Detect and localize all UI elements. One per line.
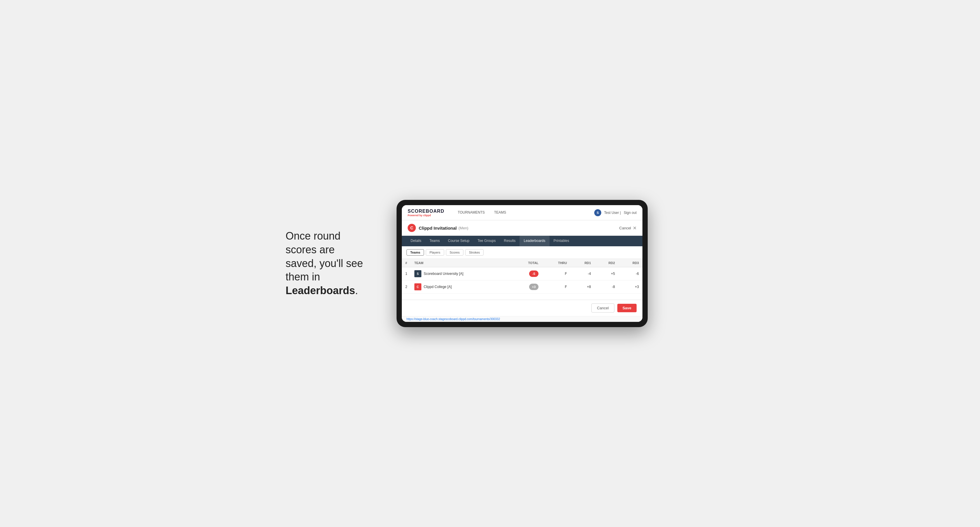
filter-teams-button[interactable]: Teams bbox=[406, 249, 424, 256]
row2-rd3: +3 bbox=[619, 281, 643, 294]
tab-leaderboards[interactable]: Leaderboards bbox=[520, 236, 549, 246]
row1-rank: 1 bbox=[402, 267, 411, 281]
close-icon[interactable]: ✕ bbox=[633, 225, 636, 231]
page-wrapper: Once round scores are saved, you'll see … bbox=[286, 200, 694, 327]
intro-line3: saved, you'll see bbox=[286, 257, 363, 269]
row1-team: S Scoreboard University [A] bbox=[411, 267, 511, 281]
tournament-header: C Clippd Invitational (Men) Cancel ✕ bbox=[402, 220, 643, 236]
sub-nav: Details Teams Course Setup Tee Groups Re… bbox=[402, 236, 643, 246]
row1-rd2: +5 bbox=[595, 267, 619, 281]
nav-links: TOURNAMENTS TEAMS bbox=[453, 205, 511, 220]
row2-rank: 2 bbox=[402, 281, 411, 294]
tab-course-setup[interactable]: Course Setup bbox=[444, 236, 473, 246]
intro-line2: scores are bbox=[286, 244, 335, 256]
score-badge-2: +3 bbox=[529, 284, 538, 290]
logo-scoreboard: SCOREBOARD bbox=[408, 209, 444, 214]
url-bar: https://stage-blue-coach.stagescoboard.c… bbox=[402, 316, 643, 322]
logo-powered: Powered by clippd bbox=[408, 214, 444, 217]
col-rd1: RD1 bbox=[571, 259, 595, 267]
user-avatar: S bbox=[594, 209, 601, 216]
top-nav: SCOREBOARD Powered by clippd TOURNAMENTS… bbox=[402, 205, 643, 220]
row2-thru: F bbox=[542, 281, 570, 294]
filter-strokes-button[interactable]: Strokes bbox=[465, 249, 484, 256]
team-cell: C Clippd College [A] bbox=[414, 283, 508, 290]
col-rd3: RD3 bbox=[619, 259, 643, 267]
tab-tee-groups[interactable]: Tee Groups bbox=[473, 236, 500, 246]
team-logo-cc: C bbox=[414, 283, 422, 290]
header-cancel-button[interactable]: Cancel ✕ bbox=[619, 225, 636, 231]
leaderboard-content: # TEAM TOTAL THRU RD1 RD2 RD3 1 bbox=[402, 259, 643, 300]
row1-thru: F bbox=[542, 267, 570, 281]
filter-bar: Teams Players Scores Strokes bbox=[402, 246, 643, 259]
intro-line4: them in bbox=[286, 271, 320, 283]
footer-cancel-button[interactable]: Cancel bbox=[591, 303, 614, 313]
row1-total: -5 bbox=[511, 267, 542, 281]
footer-save-button[interactable]: Save bbox=[617, 304, 636, 312]
leaderboard-table: # TEAM TOTAL THRU RD1 RD2 RD3 1 bbox=[402, 259, 643, 294]
col-thru: THRU bbox=[542, 259, 570, 267]
tablet-screen: SCOREBOARD Powered by clippd TOURNAMENTS… bbox=[402, 205, 643, 322]
col-rd2: RD2 bbox=[595, 259, 619, 267]
team-cell: S Scoreboard University [A] bbox=[414, 270, 508, 277]
sign-out-link[interactable]: Sign out bbox=[624, 211, 636, 215]
table-row: 2 C Clippd College [A] +3 F bbox=[402, 281, 643, 294]
row1-rd1: -4 bbox=[571, 267, 595, 281]
intro-line5-bold: Leaderboards bbox=[286, 284, 355, 297]
tab-teams[interactable]: Teams bbox=[425, 236, 444, 246]
nav-right: S Test User | Sign out bbox=[594, 209, 636, 216]
tournament-title: Clippd Invitational bbox=[419, 225, 457, 230]
col-team: TEAM bbox=[411, 259, 511, 267]
row2-total: +3 bbox=[511, 281, 542, 294]
footer-bar: Cancel Save bbox=[402, 300, 643, 316]
tab-printables[interactable]: Printables bbox=[550, 236, 573, 246]
row2-rd2: -8 bbox=[595, 281, 619, 294]
nav-teams[interactable]: TEAMS bbox=[489, 205, 511, 220]
intro-line1: Once round bbox=[286, 230, 340, 242]
filter-players-button[interactable]: Players bbox=[426, 249, 444, 256]
nav-tournaments[interactable]: TOURNAMENTS bbox=[453, 205, 489, 220]
filter-scores-button[interactable]: Scores bbox=[446, 249, 463, 256]
tab-results[interactable]: Results bbox=[500, 236, 520, 246]
team-logo-su: S bbox=[414, 270, 422, 277]
score-badge-1: -5 bbox=[529, 270, 538, 277]
col-rank: # bbox=[402, 259, 411, 267]
tournament-subtitle: (Men) bbox=[458, 226, 468, 230]
table-header-row: # TEAM TOTAL THRU RD1 RD2 RD3 bbox=[402, 259, 643, 267]
col-total: TOTAL bbox=[511, 259, 542, 267]
tablet-frame: SCOREBOARD Powered by clippd TOURNAMENTS… bbox=[396, 200, 648, 327]
team-name-1: Scoreboard University [A] bbox=[424, 271, 463, 276]
team-name-2: Clippd College [A] bbox=[424, 285, 452, 289]
intro-text: Once round scores are saved, you'll see … bbox=[286, 229, 379, 298]
tab-details[interactable]: Details bbox=[406, 236, 425, 246]
logo-area: SCOREBOARD Powered by clippd bbox=[408, 209, 444, 217]
row2-team: C Clippd College [A] bbox=[411, 281, 511, 294]
table-row: 1 S Scoreboard University [A] -5 F bbox=[402, 267, 643, 281]
row1-rd3: -6 bbox=[619, 267, 643, 281]
tournament-icon: C bbox=[408, 224, 416, 232]
row2-rd1: +8 bbox=[571, 281, 595, 294]
user-name: Test User | bbox=[604, 211, 621, 215]
